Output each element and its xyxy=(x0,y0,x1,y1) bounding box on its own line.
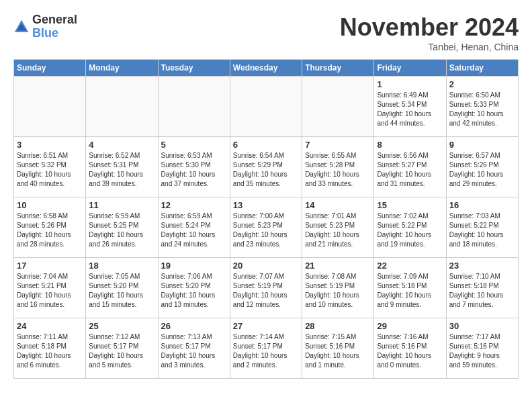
logo-general-text: General xyxy=(32,13,77,27)
day-info: Sunrise: 6:59 AM Sunset: 5:25 PM Dayligh… xyxy=(89,212,154,249)
weekday-header: Saturday xyxy=(446,60,518,77)
calendar-cell: 10Sunrise: 6:58 AM Sunset: 5:26 PM Dayli… xyxy=(14,197,86,258)
calendar-cell xyxy=(158,77,230,137)
calendar-cell: 4Sunrise: 6:52 AM Sunset: 5:31 PM Daylig… xyxy=(86,137,158,197)
calendar-cell xyxy=(230,77,302,137)
day-number: 14 xyxy=(305,200,371,210)
day-info: Sunrise: 7:04 AM Sunset: 5:21 PM Dayligh… xyxy=(17,272,83,310)
calendar-cell: 22Sunrise: 7:09 AM Sunset: 5:18 PM Dayli… xyxy=(374,258,446,318)
day-number: 10 xyxy=(17,200,83,210)
calendar-cell: 3Sunrise: 6:51 AM Sunset: 5:32 PM Daylig… xyxy=(14,137,86,197)
day-number: 4 xyxy=(89,140,154,150)
day-info: Sunrise: 7:00 AM Sunset: 5:23 PM Dayligh… xyxy=(233,212,299,249)
day-info: Sunrise: 6:59 AM Sunset: 5:24 PM Dayligh… xyxy=(161,212,227,249)
day-info: Sunrise: 7:05 AM Sunset: 5:20 PM Dayligh… xyxy=(89,272,154,310)
day-number: 23 xyxy=(449,261,515,271)
calendar-week-row: 24Sunrise: 7:11 AM Sunset: 5:18 PM Dayli… xyxy=(14,318,519,379)
calendar-cell xyxy=(302,77,374,137)
day-info: Sunrise: 7:16 AM Sunset: 5:16 PM Dayligh… xyxy=(377,332,443,370)
day-info: Sunrise: 6:56 AM Sunset: 5:27 PM Dayligh… xyxy=(377,151,443,189)
day-number: 5 xyxy=(161,140,227,150)
calendar-cell: 30Sunrise: 7:17 AM Sunset: 5:16 PM Dayli… xyxy=(446,318,518,379)
day-info: Sunrise: 6:58 AM Sunset: 5:26 PM Dayligh… xyxy=(17,212,83,249)
day-number: 9 xyxy=(449,140,515,150)
calendar-cell: 26Sunrise: 7:13 AM Sunset: 5:17 PM Dayli… xyxy=(158,318,230,379)
day-number: 22 xyxy=(377,261,443,271)
day-number: 29 xyxy=(377,321,443,331)
calendar-week-row: 10Sunrise: 6:58 AM Sunset: 5:26 PM Dayli… xyxy=(14,197,519,258)
day-info: Sunrise: 7:06 AM Sunset: 5:20 PM Dayligh… xyxy=(161,272,227,310)
day-info: Sunrise: 7:08 AM Sunset: 5:19 PM Dayligh… xyxy=(305,272,371,310)
day-number: 8 xyxy=(377,140,443,150)
calendar-cell xyxy=(86,77,158,137)
day-number: 3 xyxy=(17,140,83,150)
calendar-cell: 9Sunrise: 6:57 AM Sunset: 5:26 PM Daylig… xyxy=(446,137,518,197)
day-number: 25 xyxy=(89,321,154,331)
calendar-cell: 25Sunrise: 7:12 AM Sunset: 5:17 PM Dayli… xyxy=(86,318,158,379)
calendar-week-row: 3Sunrise: 6:51 AM Sunset: 5:32 PM Daylig… xyxy=(14,137,519,197)
calendar-cell: 21Sunrise: 7:08 AM Sunset: 5:19 PM Dayli… xyxy=(302,258,374,318)
day-info: Sunrise: 6:57 AM Sunset: 5:26 PM Dayligh… xyxy=(449,151,515,189)
day-info: Sunrise: 7:02 AM Sunset: 5:22 PM Dayligh… xyxy=(377,212,443,249)
calendar-cell: 28Sunrise: 7:15 AM Sunset: 5:16 PM Dayli… xyxy=(302,318,374,379)
day-info: Sunrise: 7:01 AM Sunset: 5:23 PM Dayligh… xyxy=(305,212,371,249)
day-info: Sunrise: 7:17 AM Sunset: 5:16 PM Dayligh… xyxy=(449,332,515,370)
calendar-table: SundayMondayTuesdayWednesdayThursdayFrid… xyxy=(13,59,519,379)
calendar-cell xyxy=(14,77,86,137)
day-info: Sunrise: 7:09 AM Sunset: 5:18 PM Dayligh… xyxy=(377,272,443,310)
calendar-cell: 24Sunrise: 7:11 AM Sunset: 5:18 PM Dayli… xyxy=(14,318,86,379)
day-info: Sunrise: 6:55 AM Sunset: 5:28 PM Dayligh… xyxy=(305,151,371,189)
day-info: Sunrise: 6:53 AM Sunset: 5:30 PM Dayligh… xyxy=(161,151,227,189)
page-header: General Blue November 2024 Tanbei, Henan… xyxy=(13,13,519,52)
calendar-cell: 29Sunrise: 7:16 AM Sunset: 5:16 PM Dayli… xyxy=(374,318,446,379)
day-number: 26 xyxy=(161,321,227,331)
calendar-cell: 12Sunrise: 6:59 AM Sunset: 5:24 PM Dayli… xyxy=(158,197,230,258)
calendar-week-row: 1Sunrise: 6:49 AM Sunset: 5:34 PM Daylig… xyxy=(14,77,519,137)
day-number: 17 xyxy=(17,261,83,271)
day-number: 24 xyxy=(17,321,83,331)
day-number: 11 xyxy=(89,200,154,210)
day-info: Sunrise: 7:13 AM Sunset: 5:17 PM Dayligh… xyxy=(161,332,227,370)
day-info: Sunrise: 7:15 AM Sunset: 5:16 PM Dayligh… xyxy=(305,332,371,370)
calendar-cell: 19Sunrise: 7:06 AM Sunset: 5:20 PM Dayli… xyxy=(158,258,230,318)
calendar-cell: 23Sunrise: 7:10 AM Sunset: 5:18 PM Dayli… xyxy=(446,258,518,318)
calendar-cell: 2Sunrise: 6:50 AM Sunset: 5:33 PM Daylig… xyxy=(446,77,518,137)
day-number: 15 xyxy=(377,200,443,210)
day-number: 12 xyxy=(161,200,227,210)
day-info: Sunrise: 6:49 AM Sunset: 5:34 PM Dayligh… xyxy=(377,91,443,128)
day-info: Sunrise: 6:52 AM Sunset: 5:31 PM Dayligh… xyxy=(89,151,154,189)
day-number: 27 xyxy=(233,321,299,331)
day-number: 16 xyxy=(449,200,515,210)
month-title: November 2024 xyxy=(340,13,519,42)
calendar-cell: 16Sunrise: 7:03 AM Sunset: 5:22 PM Dayli… xyxy=(446,197,518,258)
weekday-header: Tuesday xyxy=(158,60,230,77)
calendar-cell: 11Sunrise: 6:59 AM Sunset: 5:25 PM Dayli… xyxy=(86,197,158,258)
weekday-header: Thursday xyxy=(302,60,374,77)
day-info: Sunrise: 6:54 AM Sunset: 5:29 PM Dayligh… xyxy=(233,151,299,189)
location-text: Tanbei, Henan, China xyxy=(340,42,519,52)
calendar-cell: 5Sunrise: 6:53 AM Sunset: 5:30 PM Daylig… xyxy=(158,137,230,197)
day-number: 6 xyxy=(233,140,299,150)
day-info: Sunrise: 6:50 AM Sunset: 5:33 PM Dayligh… xyxy=(449,91,515,128)
calendar-cell: 6Sunrise: 6:54 AM Sunset: 5:29 PM Daylig… xyxy=(230,137,302,197)
calendar-cell: 27Sunrise: 7:14 AM Sunset: 5:17 PM Dayli… xyxy=(230,318,302,379)
calendar-cell: 8Sunrise: 6:56 AM Sunset: 5:27 PM Daylig… xyxy=(374,137,446,197)
day-number: 2 xyxy=(449,79,515,89)
day-number: 21 xyxy=(305,261,371,271)
calendar-cell: 7Sunrise: 6:55 AM Sunset: 5:28 PM Daylig… xyxy=(302,137,374,197)
day-info: Sunrise: 7:03 AM Sunset: 5:22 PM Dayligh… xyxy=(449,212,515,249)
logo-icon xyxy=(13,19,30,35)
day-info: Sunrise: 7:07 AM Sunset: 5:19 PM Dayligh… xyxy=(233,272,299,310)
day-info: Sunrise: 7:12 AM Sunset: 5:17 PM Dayligh… xyxy=(89,332,154,370)
calendar-cell: 1Sunrise: 6:49 AM Sunset: 5:34 PM Daylig… xyxy=(374,77,446,137)
day-number: 13 xyxy=(233,200,299,210)
title-block: November 2024 Tanbei, Henan, China xyxy=(340,13,519,52)
weekday-header: Sunday xyxy=(14,60,86,77)
logo: General Blue xyxy=(13,13,77,40)
day-info: Sunrise: 6:51 AM Sunset: 5:32 PM Dayligh… xyxy=(17,151,83,189)
weekday-header: Wednesday xyxy=(230,60,302,77)
weekday-header: Friday xyxy=(374,60,446,77)
day-number: 30 xyxy=(449,321,515,331)
calendar-cell: 15Sunrise: 7:02 AM Sunset: 5:22 PM Dayli… xyxy=(374,197,446,258)
day-number: 7 xyxy=(305,140,371,150)
